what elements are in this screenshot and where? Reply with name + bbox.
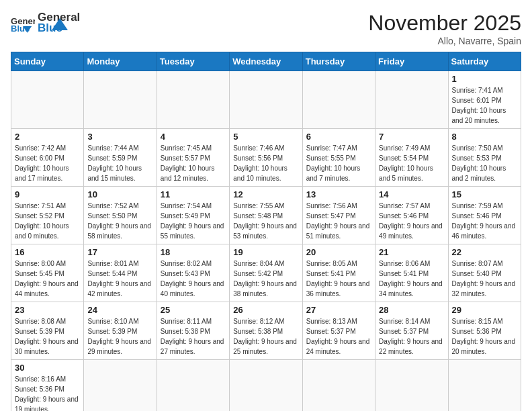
day-info-text: Sunrise: 7:42 AM Sunset: 6:00 PM Dayligh… <box>15 143 80 183</box>
calendar-day-cell: 27Sunrise: 8:13 AM Sunset: 5:37 PM Dayli… <box>302 302 375 360</box>
calendar-week-row: 30Sunrise: 8:16 AM Sunset: 5:36 PM Dayli… <box>11 360 521 412</box>
calendar-day-cell <box>302 71 375 129</box>
day-info-text: Sunrise: 7:41 AM Sunset: 6:01 PM Dayligh… <box>452 85 517 126</box>
location-text: Allo, Navarre, Spain <box>368 36 521 46</box>
day-of-week-header: Sunday <box>11 52 84 71</box>
day-number: 11 <box>161 189 226 199</box>
day-info-text: Sunrise: 7:54 AM Sunset: 5:49 PM Dayligh… <box>161 201 226 241</box>
day-of-week-header: Friday <box>375 52 448 71</box>
calendar-day-cell <box>375 360 448 412</box>
day-info-text: Sunrise: 8:16 AM Sunset: 5:36 PM Dayligh… <box>15 374 80 411</box>
calendar-day-cell <box>157 71 229 129</box>
svg-marker-3 <box>52 18 68 30</box>
calendar-day-cell: 8Sunrise: 7:50 AM Sunset: 5:53 PM Daylig… <box>448 129 521 187</box>
day-info-text: Sunrise: 8:02 AM Sunset: 5:43 PM Dayligh… <box>161 259 226 299</box>
day-number: 8 <box>452 132 517 142</box>
day-number: 27 <box>306 305 371 315</box>
calendar-day-cell: 16Sunrise: 8:00 AM Sunset: 5:45 PM Dayli… <box>11 244 84 302</box>
logo-triangle-icon <box>50 15 69 34</box>
calendar-day-cell: 29Sunrise: 8:15 AM Sunset: 5:36 PM Dayli… <box>448 302 521 360</box>
day-info-text: Sunrise: 8:05 AM Sunset: 5:41 PM Dayligh… <box>306 259 371 299</box>
calendar-day-cell <box>84 71 157 129</box>
day-number: 7 <box>379 132 444 142</box>
calendar-day-cell: 18Sunrise: 8:02 AM Sunset: 5:43 PM Dayli… <box>157 244 229 302</box>
logo-icon: General Blue <box>11 13 35 33</box>
day-info-text: Sunrise: 8:00 AM Sunset: 5:45 PM Dayligh… <box>15 259 80 299</box>
day-number: 21 <box>379 247 444 257</box>
calendar-day-cell: 12Sunrise: 7:55 AM Sunset: 5:48 PM Dayli… <box>230 187 302 244</box>
day-number: 30 <box>15 363 80 373</box>
calendar-day-cell: 7Sunrise: 7:49 AM Sunset: 5:54 PM Daylig… <box>375 129 448 187</box>
day-number: 23 <box>15 305 80 315</box>
calendar-day-cell: 4Sunrise: 7:45 AM Sunset: 5:57 PM Daylig… <box>157 129 229 187</box>
calendar-day-cell: 21Sunrise: 8:06 AM Sunset: 5:41 PM Dayli… <box>375 244 448 302</box>
calendar-week-row: 9Sunrise: 7:51 AM Sunset: 5:52 PM Daylig… <box>11 187 521 244</box>
day-info-text: Sunrise: 8:14 AM Sunset: 5:37 PM Dayligh… <box>379 316 444 357</box>
title-block: November 2025 Allo, Navarre, Spain <box>368 11 521 46</box>
calendar-header-row: SundayMondayTuesdayWednesdayThursdayFrid… <box>11 52 521 71</box>
calendar-day-cell <box>157 360 229 412</box>
calendar-week-row: 1Sunrise: 7:41 AM Sunset: 6:01 PM Daylig… <box>11 71 521 129</box>
day-info-text: Sunrise: 7:47 AM Sunset: 5:55 PM Dayligh… <box>306 143 371 183</box>
logo: General Blue General Blue <box>11 11 69 36</box>
day-number: 9 <box>15 189 80 199</box>
day-info-text: Sunrise: 7:45 AM Sunset: 5:57 PM Dayligh… <box>161 143 226 183</box>
day-number: 22 <box>452 247 517 257</box>
day-info-text: Sunrise: 7:59 AM Sunset: 5:46 PM Dayligh… <box>452 201 517 241</box>
day-of-week-header: Monday <box>84 52 157 71</box>
day-number: 2 <box>15 132 80 142</box>
day-number: 10 <box>87 189 152 199</box>
day-info-text: Sunrise: 8:15 AM Sunset: 5:36 PM Dayligh… <box>452 316 517 357</box>
calendar-day-cell: 28Sunrise: 8:14 AM Sunset: 5:37 PM Dayli… <box>375 302 448 360</box>
day-number: 13 <box>306 189 371 199</box>
day-number: 28 <box>379 305 444 315</box>
day-info-text: Sunrise: 8:04 AM Sunset: 5:42 PM Dayligh… <box>233 259 298 299</box>
calendar-day-cell: 3Sunrise: 7:44 AM Sunset: 5:59 PM Daylig… <box>84 129 157 187</box>
calendar-day-cell: 24Sunrise: 8:10 AM Sunset: 5:39 PM Dayli… <box>84 302 157 360</box>
day-info-text: Sunrise: 8:07 AM Sunset: 5:40 PM Dayligh… <box>452 259 517 299</box>
day-of-week-header: Wednesday <box>230 52 302 71</box>
day-number: 12 <box>233 189 298 199</box>
svg-text:Blue: Blue <box>11 24 30 33</box>
day-info-text: Sunrise: 8:10 AM Sunset: 5:39 PM Dayligh… <box>87 316 152 357</box>
calendar-day-cell: 1Sunrise: 7:41 AM Sunset: 6:01 PM Daylig… <box>448 71 521 129</box>
calendar-week-row: 2Sunrise: 7:42 AM Sunset: 6:00 PM Daylig… <box>11 129 521 187</box>
day-info-text: Sunrise: 7:57 AM Sunset: 5:46 PM Dayligh… <box>379 201 444 241</box>
calendar-day-cell <box>375 71 448 129</box>
day-of-week-header: Saturday <box>448 52 521 71</box>
day-info-text: Sunrise: 7:56 AM Sunset: 5:47 PM Dayligh… <box>306 201 371 241</box>
calendar-day-cell <box>302 360 375 412</box>
calendar-day-cell <box>230 360 302 412</box>
day-number: 20 <box>306 247 371 257</box>
day-number: 15 <box>452 189 517 199</box>
day-number: 24 <box>87 305 152 315</box>
calendar-day-cell: 30Sunrise: 8:16 AM Sunset: 5:36 PM Dayli… <box>11 360 84 412</box>
day-info-text: Sunrise: 8:06 AM Sunset: 5:41 PM Dayligh… <box>379 259 444 299</box>
day-info-text: Sunrise: 8:13 AM Sunset: 5:37 PM Dayligh… <box>306 316 371 357</box>
calendar-day-cell: 5Sunrise: 7:46 AM Sunset: 5:56 PM Daylig… <box>230 129 302 187</box>
calendar-day-cell: 10Sunrise: 7:52 AM Sunset: 5:50 PM Dayli… <box>84 187 157 244</box>
calendar-week-row: 23Sunrise: 8:08 AM Sunset: 5:39 PM Dayli… <box>11 302 521 360</box>
day-number: 29 <box>452 305 517 315</box>
day-info-text: Sunrise: 8:08 AM Sunset: 5:39 PM Dayligh… <box>15 316 80 357</box>
day-number: 14 <box>379 189 444 199</box>
calendar-day-cell <box>11 71 84 129</box>
calendar-day-cell: 23Sunrise: 8:08 AM Sunset: 5:39 PM Dayli… <box>11 302 84 360</box>
day-number: 26 <box>233 305 298 315</box>
calendar-day-cell <box>230 71 302 129</box>
calendar-day-cell: 13Sunrise: 7:56 AM Sunset: 5:47 PM Dayli… <box>302 187 375 244</box>
calendar-day-cell: 17Sunrise: 8:01 AM Sunset: 5:44 PM Dayli… <box>84 244 157 302</box>
day-of-week-header: Thursday <box>302 52 375 71</box>
day-number: 16 <box>15 247 80 257</box>
month-title: November 2025 <box>368 11 521 36</box>
day-info-text: Sunrise: 8:01 AM Sunset: 5:44 PM Dayligh… <box>87 259 152 299</box>
day-number: 17 <box>87 247 152 257</box>
day-number: 5 <box>233 132 298 142</box>
calendar-day-cell: 14Sunrise: 7:57 AM Sunset: 5:46 PM Dayli… <box>375 187 448 244</box>
day-info-text: Sunrise: 7:46 AM Sunset: 5:56 PM Dayligh… <box>233 143 298 183</box>
day-info-text: Sunrise: 7:50 AM Sunset: 5:53 PM Dayligh… <box>452 143 517 183</box>
calendar-day-cell: 11Sunrise: 7:54 AM Sunset: 5:49 PM Dayli… <box>157 187 229 244</box>
day-number: 1 <box>452 74 517 84</box>
calendar-day-cell: 22Sunrise: 8:07 AM Sunset: 5:40 PM Dayli… <box>448 244 521 302</box>
day-number: 18 <box>161 247 226 257</box>
